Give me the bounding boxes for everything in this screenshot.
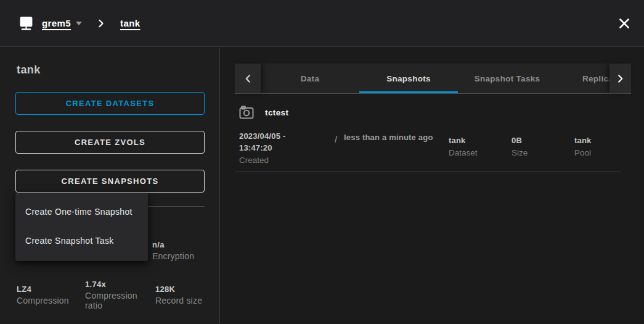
top-header-bar: grem5 tank xyxy=(0,0,644,47)
snapshot-row-divider xyxy=(235,172,621,172)
camera-icon xyxy=(239,106,254,119)
snapshot-relative-time-column: less than a minute ago xyxy=(344,131,438,143)
snapshot-pool-column: tank Pool xyxy=(574,135,592,157)
menu-item-create-snapshot-task[interactable]: Create Snapshot Task xyxy=(15,226,148,255)
create-datasets-button[interactable]: CREATE DATASETS xyxy=(15,92,205,115)
snapshot-pool-label: Pool xyxy=(574,148,592,157)
snapshot-group-header: tctest xyxy=(239,106,288,119)
tab-data[interactable]: Data xyxy=(261,64,359,93)
tabs-viewport: Data Snapshots Snapshot Tasks Replicatio… xyxy=(261,64,609,93)
tab-bar: Data Snapshots Snapshot Tasks Replicatio… xyxy=(235,64,631,94)
tabs-scroll-right-button[interactable] xyxy=(609,64,631,93)
stat-compression: LZ4 Compression xyxy=(17,285,69,305)
snapshot-size-column: 0B Size xyxy=(512,135,528,157)
snapshot-dataset-label: Dataset xyxy=(449,148,478,157)
menu-item-create-one-time-snapshot[interactable]: Create One-time Snapshot xyxy=(15,197,148,226)
stat-record-size: 128K Record size xyxy=(155,285,202,305)
chevron-right-icon xyxy=(616,74,625,83)
snapshot-separator: / xyxy=(335,134,337,144)
stat-encryption: n/a Encryption xyxy=(152,240,194,261)
snapshots-main-panel: Data Snapshots Snapshot Tasks Replicatio… xyxy=(221,48,644,324)
dataset-title: tank xyxy=(17,64,41,77)
tab-snapshot-tasks[interactable]: Snapshot Tasks xyxy=(458,64,556,93)
snapshot-size-value: 0B xyxy=(512,135,528,146)
dataset-details-panel: tank CREATE DATASETS CREATE ZVOLS CREATE… xyxy=(0,48,220,324)
stat-compression-ratio-value: 1.74x xyxy=(85,280,152,289)
tab-snapshots[interactable]: Snapshots xyxy=(359,64,458,93)
snapshot-manager-screen: grem5 tank tank CREATE DATASETS CREATE Z… xyxy=(0,0,644,324)
breadcrumb-dataset-link[interactable]: tank xyxy=(120,18,140,28)
snapshot-group-name: tctest xyxy=(265,108,288,117)
breadcrumb-chevron-right-icon xyxy=(97,19,105,28)
stat-record-size-value: 128K xyxy=(155,285,202,294)
snapshot-relative-time-value: less than a minute ago xyxy=(344,131,438,143)
stat-encryption-value: n/a xyxy=(152,240,194,249)
snapshot-pool-value: tank xyxy=(574,135,592,146)
stat-compression-ratio-label: Compression ratio xyxy=(85,291,152,310)
create-zvols-button[interactable]: CREATE ZVOLS xyxy=(15,131,205,154)
close-icon[interactable] xyxy=(618,17,630,30)
snapshot-created-label: Created xyxy=(239,156,318,165)
snapshot-created-value: 2023/04/05 - 13:47:20 xyxy=(239,130,318,154)
stat-compression-value: LZ4 xyxy=(17,285,69,294)
snapshot-dataset-column: tank Dataset xyxy=(449,135,478,157)
stat-compression-label: Compression xyxy=(17,296,69,305)
stat-compression-ratio: 1.74x Compression ratio xyxy=(85,280,152,310)
chevron-left-icon xyxy=(243,74,253,83)
system-caret-down-icon[interactable] xyxy=(76,22,82,25)
snapshot-size-label: Size xyxy=(512,148,528,157)
stat-encryption-label: Encryption xyxy=(152,251,194,261)
snapshot-created-column: 2023/04/05 - 13:47:20 Created xyxy=(239,130,318,165)
tab-replication[interactable]: Replication xyxy=(556,64,609,93)
system-dataset-icon xyxy=(18,15,34,31)
create-snapshots-menu: Create One-time Snapshot Create Snapshot… xyxy=(15,193,148,261)
stat-record-size-label: Record size xyxy=(155,296,202,305)
snapshot-dataset-value: tank xyxy=(449,135,478,146)
create-snapshots-button[interactable]: CREATE SNAPSHOTS xyxy=(15,170,205,193)
breadcrumb-system-link[interactable]: grem5 xyxy=(42,18,71,28)
tabs-scroll-left-button[interactable] xyxy=(235,64,261,93)
